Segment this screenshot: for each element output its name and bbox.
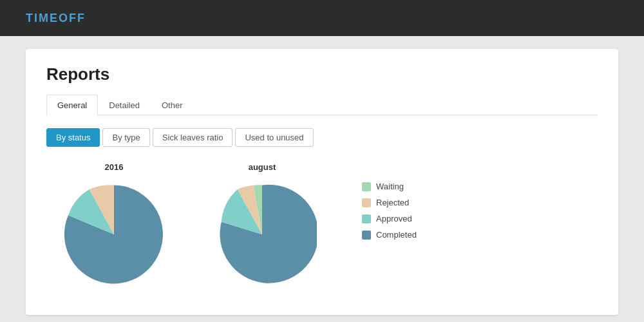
legend-item-approved: Approved bbox=[362, 214, 417, 223]
filter-bar: By status By type Sick leaves ratio Used… bbox=[46, 128, 598, 147]
topbar: TIMEOFF bbox=[0, 0, 644, 36]
page-title: Reports bbox=[46, 64, 598, 84]
legend-label-approved: Approved bbox=[376, 214, 412, 223]
content-wrapper: Reports General Detailed Other By status… bbox=[0, 36, 644, 322]
logo-part1: TIME bbox=[26, 12, 59, 24]
chart-2016-title: 2016 bbox=[105, 162, 124, 172]
tabs-nav: General Detailed Other bbox=[46, 95, 598, 115]
legend-color-completed bbox=[362, 231, 371, 240]
main-card: Reports General Detailed Other By status… bbox=[26, 49, 618, 315]
legend-color-waiting bbox=[362, 182, 371, 191]
filter-sick-leaves[interactable]: Sick leaves ratio bbox=[153, 128, 233, 147]
tab-detailed[interactable]: Detailed bbox=[98, 95, 151, 115]
charts-area: 2016 august bbox=[46, 162, 598, 289]
legend-label-completed: Completed bbox=[376, 230, 417, 240]
filter-used-to-unused[interactable]: Used to unused bbox=[235, 128, 313, 147]
app-logo: TIMEOFF bbox=[26, 12, 86, 25]
pie-chart-2016 bbox=[59, 180, 169, 289]
tab-other[interactable]: Other bbox=[151, 95, 194, 115]
legend-item-waiting: Waiting bbox=[362, 182, 417, 191]
pie-chart-august bbox=[207, 180, 317, 289]
chart-legend: Waiting Rejected Approved Completed bbox=[355, 162, 417, 240]
legend-label-waiting: Waiting bbox=[376, 182, 404, 191]
legend-color-rejected bbox=[362, 198, 371, 207]
legend-label-rejected: Rejected bbox=[376, 198, 409, 207]
legend-item-completed: Completed bbox=[362, 230, 417, 240]
chart-august-title: august bbox=[249, 162, 276, 172]
legend-color-approved bbox=[362, 214, 371, 223]
chart-2016: 2016 bbox=[59, 162, 169, 289]
logo-part2: OFF bbox=[59, 12, 86, 24]
tab-general[interactable]: General bbox=[46, 95, 98, 115]
legend-item-rejected: Rejected bbox=[362, 198, 417, 207]
filter-by-type[interactable]: By type bbox=[102, 128, 149, 147]
filter-by-status[interactable]: By status bbox=[46, 128, 100, 147]
chart-august: august bbox=[207, 162, 317, 289]
